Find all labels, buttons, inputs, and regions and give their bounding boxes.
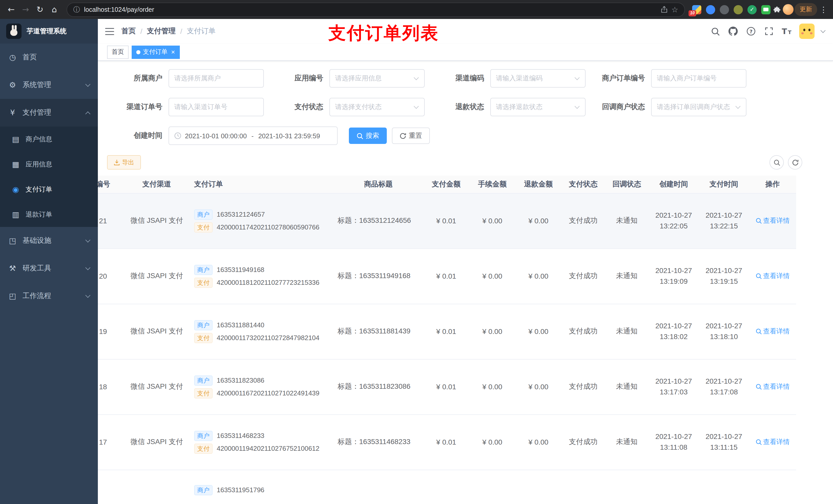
- date-range-end: 2021-10-31 23:59:59: [258, 132, 320, 140]
- merchant-badge: 商户: [194, 375, 213, 385]
- extensions-puzzle-icon[interactable]: [774, 5, 782, 14]
- date-range-separator: -: [250, 132, 255, 140]
- extension-blue-icon[interactable]: [706, 5, 715, 14]
- sidebar-item-devtools[interactable]: ⚒研发工具: [0, 255, 98, 282]
- chevron-down-icon[interactable]: [820, 28, 826, 33]
- pay-order-no: 4200001167202110271022491439: [217, 389, 319, 397]
- create-time-range-picker[interactable]: 2021-10-01 00:00:00 - 2021-10-31 23:59:5…: [169, 126, 338, 145]
- export-button[interactable]: 导出: [107, 155, 141, 170]
- cell-refund-amount: [515, 470, 562, 504]
- cell-pay-status: 支付成功: [562, 248, 605, 304]
- view-detail-link[interactable]: 查看详情: [755, 216, 790, 225]
- app-logo[interactable]: 芋道管理系统: [0, 19, 98, 44]
- sidebar-toggle-icon[interactable]: [105, 27, 114, 35]
- cell-pay-amount: ¥ 0.01: [423, 248, 469, 304]
- app-navbar: 首页/支付管理/支付订单 支付订单列表 ?TT: [98, 19, 833, 44]
- extension-gray-icon[interactable]: [720, 5, 729, 14]
- user-avatar[interactable]: [799, 24, 814, 39]
- breadcrumb-item[interactable]: 首页: [121, 27, 136, 36]
- browser-profile-avatar[interactable]: [783, 4, 793, 15]
- table-toolbar: 导出: [107, 155, 833, 170]
- sidebar-item-pay-order[interactable]: ◉支付订单: [0, 177, 98, 202]
- cell-pay-order: 商户1635311951796: [190, 470, 334, 504]
- browser-forward-button[interactable]: →: [19, 2, 33, 17]
- cell-product-title: 标题：1635311949168: [334, 248, 423, 304]
- placeholder-text: 请输入渠道编码: [496, 74, 572, 83]
- filter-notify-status-select[interactable]: 请选择订单回调商户状态: [651, 98, 746, 116]
- chevron-down-icon: [85, 82, 90, 87]
- breadcrumb: 首页/支付管理/支付订单: [121, 27, 216, 36]
- svg-text:T: T: [788, 29, 791, 35]
- tab-pay-order[interactable]: 支付订单×: [132, 45, 180, 58]
- cell-pay-channel: 微信 JSAPI 支付: [123, 359, 190, 414]
- tab-home[interactable]: 首页: [107, 45, 128, 58]
- sidebar-item-home[interactable]: ◷首页: [0, 44, 98, 71]
- filter-channel-order-no-input[interactable]: 请输入渠道订单号: [169, 98, 264, 116]
- extension-olive-icon[interactable]: [734, 5, 743, 14]
- reset-button[interactable]: 重置: [392, 127, 430, 144]
- extension-colorful-icon[interactable]: 10: [692, 5, 701, 14]
- browser-home-button[interactable]: ⌂: [47, 2, 62, 17]
- sidebar-item-system[interactable]: ⚙系统管理: [0, 71, 98, 99]
- address-bar[interactable]: ⓘ localhost:1024/pay/order ☆: [67, 2, 685, 17]
- toggle-search-button[interactable]: [769, 155, 784, 170]
- share-icon[interactable]: [661, 6, 667, 13]
- github-icon[interactable]: [728, 26, 739, 37]
- tab-label: 支付订单: [143, 48, 168, 56]
- bookmark-star-icon[interactable]: ☆: [671, 5, 678, 14]
- extension-green-chat-icon[interactable]: [761, 5, 770, 14]
- chevron-down-icon: [735, 104, 740, 109]
- table-row: 商户1635311951796: [98, 470, 796, 504]
- view-detail-label: 查看详情: [763, 437, 790, 447]
- browser-update-button[interactable]: 更新: [794, 3, 817, 16]
- filter-label: 创建时间: [107, 131, 169, 140]
- cell-pay-status: 支付成功: [562, 304, 605, 359]
- sidebar-item-pay[interactable]: ¥支付管理: [0, 99, 98, 126]
- view-detail-label: 查看详情: [763, 382, 790, 391]
- merchant-badge: 商户: [194, 320, 213, 330]
- table-row: 21微信 JSAPI 支付商户1635312124657支付4200001174…: [98, 193, 796, 248]
- sidebar-item-app-info[interactable]: ▦应用信息: [0, 152, 98, 177]
- sidebar-item-infra[interactable]: ◳基础设施: [0, 227, 98, 255]
- view-detail-link[interactable]: 查看详情: [755, 327, 790, 336]
- fullscreen-icon[interactable]: [763, 26, 775, 37]
- site-info-icon[interactable]: ⓘ: [73, 5, 80, 14]
- breadcrumb-item[interactable]: 支付管理: [147, 27, 176, 36]
- browser-refresh-button[interactable]: ↻: [33, 2, 47, 17]
- gear-icon: ⚙: [8, 80, 17, 90]
- yen-icon: ¥: [8, 108, 17, 117]
- filter-pay-status-select[interactable]: 请选择支付状态: [329, 98, 425, 116]
- filter-app-no-select[interactable]: 请选择应用信息: [329, 69, 425, 88]
- search-icon[interactable]: [710, 26, 721, 37]
- chevron-down-icon: [85, 265, 90, 270]
- filter-label: 回调商户状态: [590, 102, 651, 112]
- filter-refund-status-select[interactable]: 请选择退款状态: [490, 98, 586, 116]
- filter-merchant-order-no-input[interactable]: 请输入商户订单编号: [651, 69, 746, 88]
- tab-close-icon[interactable]: ×: [171, 49, 175, 55]
- view-detail-link[interactable]: 查看详情: [755, 382, 790, 391]
- browser-menu-icon[interactable]: ⋮: [818, 5, 829, 14]
- sidebar-item-refund-order[interactable]: ▥退款订单: [0, 202, 98, 227]
- placeholder-text: 请输入渠道订单号: [174, 102, 258, 112]
- placeholder-text: 请选择支付状态: [335, 102, 411, 112]
- filter-channel-code-select[interactable]: 请输入渠道编码: [490, 69, 586, 88]
- filter-label: 渠道订单号: [107, 102, 169, 112]
- help-icon[interactable]: ?: [745, 26, 757, 37]
- refresh-table-button[interactable]: [788, 155, 802, 170]
- merchant-order-no: 1635311468233: [217, 432, 264, 439]
- filter-label: 所属商户: [107, 74, 169, 83]
- card-icon: ▤: [11, 135, 20, 144]
- view-detail-link[interactable]: 查看详情: [755, 437, 790, 447]
- sidebar-item-merchant-info[interactable]: ▤商户信息: [0, 126, 98, 152]
- cell-order-id: 17: [98, 414, 123, 470]
- search-button[interactable]: 搜索: [349, 127, 387, 144]
- merchant-badge: 商户: [194, 209, 213, 219]
- target-icon: ◉: [11, 185, 20, 194]
- browser-back-button[interactable]: ←: [4, 2, 19, 17]
- filter-merchant-input[interactable]: 请选择所属商户: [169, 69, 264, 88]
- view-detail-link[interactable]: 查看详情: [755, 271, 790, 281]
- extension-green-check-icon[interactable]: ✓: [747, 5, 757, 14]
- grid-icon: ▦: [11, 160, 20, 169]
- font-size-icon[interactable]: TT: [781, 26, 792, 37]
- sidebar-item-workflow[interactable]: ◰工作流程: [0, 282, 98, 310]
